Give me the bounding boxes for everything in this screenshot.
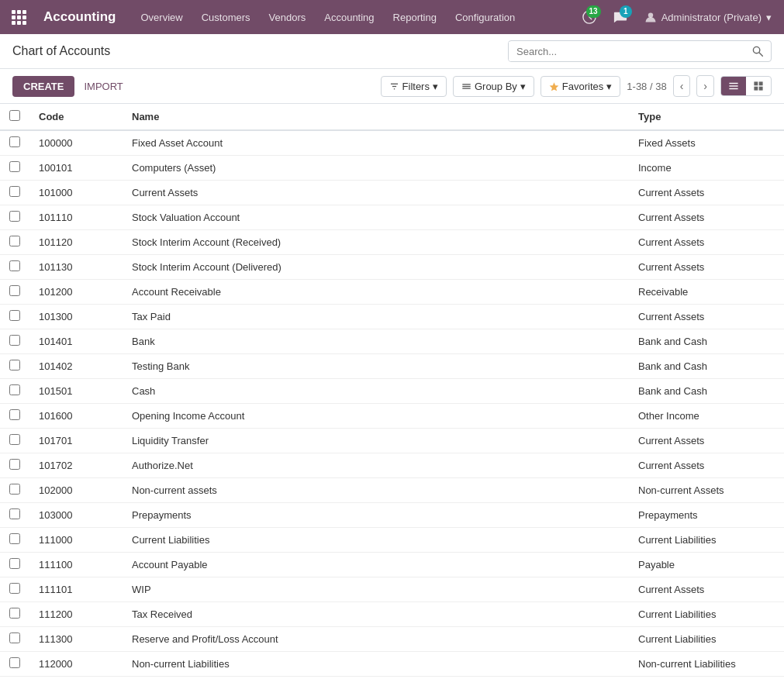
row-checkbox[interactable] <box>9 335 20 346</box>
row-checkbox[interactable] <box>9 384 20 395</box>
nav-item-overview[interactable]: Overview <box>132 0 192 34</box>
row-checkbox[interactable] <box>9 236 20 246</box>
row-checkbox[interactable] <box>9 657 20 668</box>
row-checkbox[interactable] <box>9 558 20 569</box>
nav-item-reporting[interactable]: Reporting <box>384 0 446 34</box>
row-checkbox-cell <box>0 156 29 181</box>
row-name: Testing Bank <box>123 354 629 379</box>
nav-right: 13 1 Administrator (Private) ▾ <box>576 4 778 30</box>
table-row[interactable]: 101600 Opening Income Account Other Inco… <box>0 404 784 429</box>
nav-item-accounting[interactable]: Accounting <box>315 0 383 34</box>
row-checkbox[interactable] <box>9 136 20 147</box>
row-checkbox[interactable] <box>9 583 20 594</box>
table-row[interactable]: 103000 Prepayments Prepayments <box>0 503 784 528</box>
row-checkbox[interactable] <box>9 459 20 470</box>
table-row[interactable]: 101401 Bank Bank and Cash <box>0 329 784 354</box>
row-checkbox[interactable] <box>9 484 20 495</box>
nav-item-customers[interactable]: Customers <box>192 0 260 34</box>
filters-chevron: ▾ <box>433 81 438 92</box>
grid-view-button[interactable] <box>746 77 771 95</box>
table-row[interactable]: 101501 Cash Bank and Cash <box>0 379 784 404</box>
table-row[interactable]: 112000 Non-current Liabilities Non-curre… <box>0 652 784 677</box>
table-row[interactable]: 101402 Testing Bank Bank and Cash <box>0 354 784 379</box>
row-checkbox[interactable] <box>9 310 20 321</box>
table-row[interactable]: 101130 Stock Interim Account (Delivered)… <box>0 255 784 280</box>
row-code: 102000 <box>29 478 123 503</box>
code-column-header: Code <box>29 104 123 130</box>
row-checkbox[interactable] <box>9 533 20 544</box>
svg-rect-1 <box>17 10 21 14</box>
search-input[interactable] <box>509 42 744 61</box>
row-type: Fixed Assets <box>629 130 784 156</box>
search-button[interactable] <box>744 41 771 61</box>
user-dropdown-icon: ▾ <box>766 12 772 23</box>
table-row[interactable]: 111101 WIP Current Assets <box>0 577 784 602</box>
activity-badge[interactable]: 13 <box>576 4 603 30</box>
row-checkbox[interactable] <box>9 409 20 420</box>
row-checkbox-cell <box>0 329 29 354</box>
table-row[interactable]: 101701 Liquidity Transfer Current Assets <box>0 429 784 453</box>
table-row[interactable]: 102000 Non-current assets Non-current As… <box>0 478 784 503</box>
prev-page-button[interactable]: ‹ <box>673 75 691 97</box>
table-row[interactable]: 100101 Computers (Asset) Income <box>0 156 784 181</box>
create-button[interactable]: CREATE <box>12 76 74 97</box>
row-type: Current Assets <box>629 577 784 602</box>
groupby-button[interactable]: Group By ▾ <box>453 76 534 97</box>
row-name: Computers (Asset) <box>123 156 629 181</box>
row-checkbox[interactable] <box>9 161 20 172</box>
row-code: 101402 <box>29 354 123 379</box>
row-name: Liquidity Transfer <box>123 429 629 453</box>
row-name: Opening Income Account <box>123 404 629 429</box>
row-checkbox[interactable] <box>9 285 20 296</box>
row-checkbox[interactable] <box>9 608 20 619</box>
row-checkbox[interactable] <box>9 186 20 197</box>
grid-menu-icon[interactable] <box>6 5 31 29</box>
table-row[interactable]: 100000 Fixed Asset Account Fixed Assets <box>0 130 784 156</box>
table-row[interactable]: 111200 Tax Received Current Liabilities <box>0 602 784 627</box>
row-name: Tax Received <box>123 602 629 627</box>
import-button[interactable]: IMPORT <box>81 76 126 97</box>
table-row[interactable]: 200000 Product Sales Income <box>0 677 784 680</box>
favorites-button[interactable]: Favorites ▾ <box>541 76 620 97</box>
svg-point-11 <box>753 47 759 53</box>
row-name: Stock Valuation Account <box>123 205 629 230</box>
row-checkbox[interactable] <box>9 632 20 643</box>
row-checkbox[interactable] <box>9 360 20 371</box>
select-all-checkbox[interactable] <box>9 110 20 121</box>
row-checkbox[interactable] <box>9 260 20 271</box>
row-checkbox-cell <box>0 503 29 528</box>
accounts-table-container: Code Name Type 100000 Fixed Asset Accoun… <box>0 104 784 679</box>
row-checkbox-cell <box>0 255 29 280</box>
table-row[interactable]: 101120 Stock Interim Account (Received) … <box>0 230 784 255</box>
row-type: Current Assets <box>629 255 784 280</box>
table-row[interactable]: 101000 Current Assets Current Assets <box>0 181 784 205</box>
table-row[interactable]: 101300 Tax Paid Current Assets <box>0 305 784 329</box>
next-page-button[interactable]: › <box>696 75 714 97</box>
filters-button[interactable]: Filters ▾ <box>381 76 447 97</box>
table-row[interactable]: 111100 Account Payable Payable <box>0 553 784 577</box>
row-name: Account Payable <box>123 553 629 577</box>
svg-rect-3 <box>12 16 16 19</box>
table-row[interactable]: 101200 Account Receivable Receivable <box>0 280 784 305</box>
table-row[interactable]: 111300 Reserve and Profit/Loss Account C… <box>0 627 784 652</box>
row-checkbox[interactable] <box>9 508 20 519</box>
app-brand[interactable]: Accounting <box>34 9 126 25</box>
user-menu[interactable]: Administrator (Private) ▾ <box>638 11 778 23</box>
row-checkbox[interactable] <box>9 211 20 222</box>
list-view-button[interactable] <box>721 77 746 95</box>
row-checkbox-cell <box>0 379 29 404</box>
table-row[interactable]: 101110 Stock Valuation Account Current A… <box>0 205 784 230</box>
row-code: 101600 <box>29 404 123 429</box>
row-code: 100101 <box>29 156 123 181</box>
row-name: Current Assets <box>123 181 629 205</box>
row-name: Non-current Liabilities <box>123 652 629 677</box>
message-badge[interactable]: 1 <box>607 4 634 30</box>
nav-item-configuration[interactable]: Configuration <box>446 0 524 34</box>
row-code: 111300 <box>29 627 123 652</box>
row-type: Bank and Cash <box>629 354 784 379</box>
row-type: Current Assets <box>629 181 784 205</box>
table-row[interactable]: 101702 Authorize.Net Current Assets <box>0 453 784 478</box>
nav-item-vendors[interactable]: Vendors <box>260 0 316 34</box>
row-checkbox[interactable] <box>9 434 20 445</box>
table-row[interactable]: 111000 Current Liabilities Current Liabi… <box>0 528 784 553</box>
